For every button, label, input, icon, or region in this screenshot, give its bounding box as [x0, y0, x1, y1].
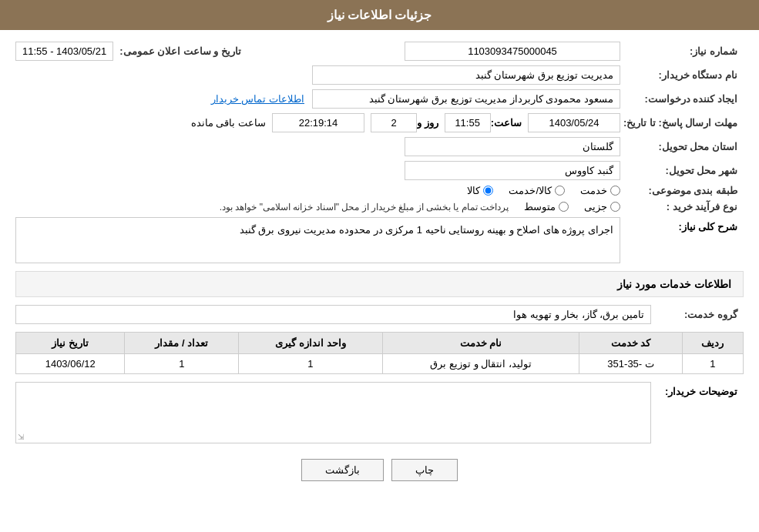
category-label: طبقه بندی موضوعی:: [620, 185, 744, 196]
deadline-remaining: 22:19:14: [272, 113, 364, 132]
need-number-value: 1103093475000045: [405, 42, 620, 61]
back-button[interactable]: بازگشت: [301, 459, 384, 481]
category-option-goods[interactable]: کالا: [467, 185, 493, 196]
col-unit: واحد اندازه گیری: [239, 333, 382, 354]
purchase-type-radio-group: جزیی متوسط: [524, 201, 620, 212]
services-section-title: اطلاعات خدمات مورد نیاز: [15, 271, 744, 297]
cell-service-name: تولید، انتقال و توزیع برق: [382, 354, 579, 374]
deadline-time: 11:55: [445, 113, 491, 132]
buyer-notes-area: ⇲: [15, 382, 651, 443]
col-service-code: کد خدمت: [579, 333, 682, 354]
deadline-remaining-label: ساعت باقی مانده: [191, 117, 266, 129]
buttons-row: چاپ بازگشت: [15, 451, 744, 489]
buyer-notes-label: توضیحات خریدار:: [651, 382, 744, 397]
deadline-days: 2: [371, 113, 417, 132]
buyer-org-value: مدیریت توزیع برق شهرستان گنبد: [312, 65, 620, 85]
cell-quantity: 1: [125, 354, 239, 374]
province-label: استان محل تحویل:: [620, 141, 744, 152]
service-group-value: تامین برق، گاز، بخار و تهویه هوا: [15, 305, 651, 324]
buyer-org-label: نام دستگاه خریدار:: [620, 69, 744, 81]
announce-value: 1403/05/21 - 11:55: [15, 42, 113, 61]
col-quantity: تعداد / مقدار: [125, 333, 239, 354]
deadline-time-label: ساعت:: [491, 117, 522, 129]
col-row-num: ردیف: [682, 333, 743, 354]
cell-need-date: 1403/06/12: [16, 354, 125, 374]
city-label: شهر محل تحویل:: [620, 165, 744, 176]
cell-service-code: ت -35-351: [579, 354, 682, 374]
purchase-type-label: نوع فرآیند خرید :: [620, 201, 744, 212]
page-header: جزئیات اطلاعات نیاز: [0, 0, 759, 30]
deadline-days-label: روز و: [417, 117, 438, 129]
deadline-date: 1403/05/24: [528, 113, 620, 132]
col-need-date: تاریخ نیاز: [16, 333, 125, 354]
page-title: جزئیات اطلاعات نیاز: [327, 8, 432, 22]
services-table: ردیف کد خدمت نام خدمت واحد اندازه گیری ت…: [15, 332, 744, 374]
cell-row-num: 1: [682, 354, 743, 374]
print-button[interactable]: چاپ: [391, 459, 458, 481]
cell-unit: 1: [239, 354, 382, 374]
need-number-label: شماره نیاز:: [620, 45, 744, 57]
category-option-both[interactable]: کالا/خدمت: [509, 185, 565, 196]
table-row: 1 ت -35-351 تولید، انتقال و توزیع برق 1 …: [16, 354, 744, 374]
purchase-type-note: پرداخت تمام یا بخشی از مبلغ خریدار از مح…: [220, 202, 509, 212]
purchase-type-medium[interactable]: متوسط: [524, 201, 569, 212]
province-value: گلستان: [405, 137, 620, 156]
col-service-name: نام خدمت: [382, 333, 579, 354]
deadline-label: مهلت ارسال پاسخ: تا تاریخ:: [620, 117, 744, 129]
service-group-label: گروه خدمت:: [651, 309, 744, 320]
announce-label: تاریخ و ساعت اعلان عمومی:: [119, 45, 241, 57]
purchase-type-partial[interactable]: جزیی: [584, 201, 620, 212]
resize-icon: ⇲: [18, 433, 24, 441]
creator-value: مسعود محمودی کاربرداز مدیریت توزیع برق ش…: [312, 89, 620, 109]
city-value: گنبد کاووس: [405, 161, 620, 180]
creator-link[interactable]: اطلاعات تماس خریدار: [211, 93, 304, 105]
need-desc-value: اجرای پروژه های اصلاح و بهینه روستایی نا…: [15, 217, 620, 263]
need-desc-label: شرح کلی نیاز:: [620, 217, 744, 233]
category-radio-group: خدمت کالا/خدمت کالا: [467, 185, 620, 196]
category-option-service[interactable]: خدمت: [580, 185, 620, 196]
creator-label: ایجاد کننده درخواست:: [620, 93, 744, 105]
